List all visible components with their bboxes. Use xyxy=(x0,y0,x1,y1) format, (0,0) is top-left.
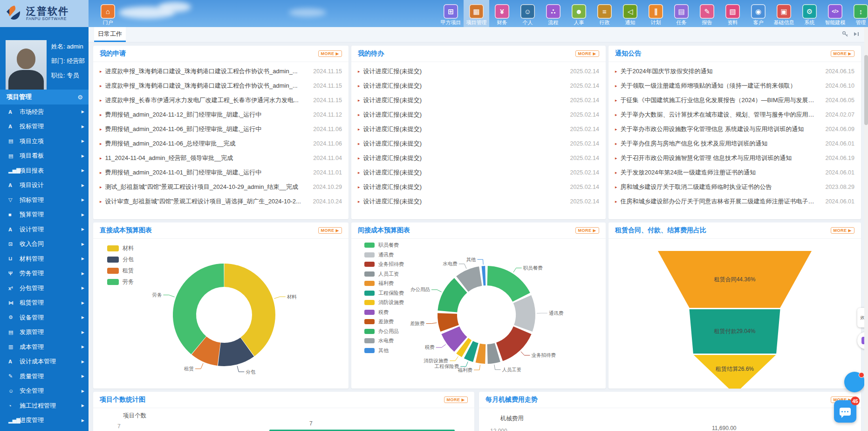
nav-item-customer[interactable]: ◉客户 xyxy=(745,0,771,27)
nav-item-document[interactable]: ▧资料 xyxy=(720,0,745,27)
list-item[interactable]: ▸设计进度汇报(未提交)2025.02.14 xyxy=(351,78,606,93)
sidebar-item-tender[interactable]: ▽招标管理▶ xyxy=(0,193,89,208)
legend-item[interactable]: 工程保险费 xyxy=(364,290,404,297)
sidebar-item-project-report[interactable]: ▂▅▇项目报表▶ xyxy=(0,163,89,178)
list-item[interactable]: ▸测试_彭祖新城"四馆"景观工程设计项目_2024-10-29_admin_结束… xyxy=(93,180,349,194)
gear-icon[interactable]: ⚙ xyxy=(77,94,83,101)
legend-item[interactable]: 水电费 xyxy=(364,337,404,344)
legend-item[interactable]: 租赁 xyxy=(107,267,134,275)
list-item[interactable]: ▸费用报销_admin_2024-11-06_总经理审批__完成2024.11.… xyxy=(93,136,349,151)
legend-item[interactable]: 业务招待费 xyxy=(364,261,404,268)
chat-float-button[interactable] xyxy=(844,372,865,392)
sidebar-item-rental[interactable]: ⋈租赁管理▶ xyxy=(0,296,89,311)
sidebar-item-project-board[interactable]: ▤项目看板▶ xyxy=(0,149,89,164)
list-item[interactable]: ▸设计进度汇报(未提交)2025.02.14 xyxy=(351,93,606,107)
scrollbar-thumb[interactable] xyxy=(864,55,868,125)
list-item[interactable]: ▸设计进度汇报(未提交)2025.02.14 xyxy=(351,165,606,180)
legend-item[interactable]: 劳务 xyxy=(107,278,134,286)
list-item[interactable]: ▸房和城乡建设厅关于取消二级建造师临时执业证书的公告2023.08.29 xyxy=(608,180,861,194)
expand-toggle-icon[interactable] xyxy=(853,31,860,37)
nav-item-smart-modeling[interactable]: </>智能建模 xyxy=(822,0,848,27)
sidebar-item-income-contract[interactable]: ⊡收入合同▶ xyxy=(0,237,89,252)
sidebar-item-equipment[interactable]: ⚙设备管理▶ xyxy=(0,310,89,325)
list-item[interactable]: ▸设计进度汇报(未提交)2025.02.14 xyxy=(351,151,606,165)
more-button[interactable]: MORE ▶ xyxy=(831,50,854,57)
list-item[interactable]: ▸于征集《中国建筑施工行业信息化发展报告（2024）—BIM应用与发展》材料..… xyxy=(608,93,861,107)
nav-item-workflow[interactable]: ∴流程 xyxy=(540,0,566,27)
sidebar-item-market[interactable]: A市场经营▶ xyxy=(0,104,89,119)
list-item[interactable]: ▸设计进度汇报(未提交)2025.02.14 xyxy=(351,64,606,78)
donut-slice-劳务[interactable] xyxy=(173,264,224,354)
nav-item-owner-project[interactable]: ⊞甲方项目 xyxy=(438,0,464,27)
list-item[interactable]: ▸进度款申报_长春市伊通河水力发电厂改建工程_长春市伊通河水力发电...2024… xyxy=(93,93,349,107)
legend-item[interactable]: 材料 xyxy=(107,244,134,252)
nav-item-report[interactable]: ✎报告 xyxy=(694,0,720,27)
more-button[interactable]: MORE ▶ xyxy=(575,227,599,234)
list-item[interactable]: ▸费用报销_admin_2024-11-06_部门经理审批_胡建,_运行中202… xyxy=(93,122,349,136)
donut-slice-其他[interactable] xyxy=(482,266,486,285)
legend-item[interactable]: 差旅费 xyxy=(364,318,404,325)
more-button[interactable]: MORE ▶ xyxy=(318,50,342,57)
legend-item[interactable]: 分包 xyxy=(107,256,134,264)
nav-item-portal[interactable]: ⌂ 门户 xyxy=(95,0,121,27)
list-item[interactable]: ▸关于举办住房与房地产信息化 技术及应用培训班的通知2024.06.01 xyxy=(608,136,861,151)
sidebar-item-safety[interactable]: ☺安全管理▶ xyxy=(0,384,89,399)
legend-item[interactable]: 通讯费 xyxy=(364,251,404,258)
nav-item-system[interactable]: ⚙系统 xyxy=(797,0,822,27)
list-item[interactable]: ▸进度款申报_珠海鹤港口建设_珠海鹤港口建设工程合作协议书_admin_...2… xyxy=(93,64,349,78)
sidebar-header-project-management[interactable]: 项目管理 ⚙ xyxy=(0,90,89,104)
sidebar-item-invoice[interactable]: ▤发票管理▶ xyxy=(0,325,89,340)
sidebar-item-certificate[interactable]: ▣证件管理▶ xyxy=(0,428,89,431)
more-button[interactable]: MORE ▶ xyxy=(575,50,599,57)
donut-slice-业务招待费[interactable] xyxy=(496,327,532,361)
sidebar-item-subcontract[interactable]: x²分包管理▶ xyxy=(0,281,89,296)
nav-item-personal[interactable]: ☺个人 xyxy=(515,0,540,27)
donut-slice-职员餐费[interactable] xyxy=(487,266,530,302)
sidebar-item-construction-process[interactable]: ◔施工过程管理▶ xyxy=(0,398,89,413)
list-item[interactable]: ▸关于发放2024年第24批一级建造师注册证书的通知2024.06.01 xyxy=(608,165,861,180)
nav-item-notification[interactable]: ◁通知 xyxy=(617,0,643,27)
list-item[interactable]: ▸设计审查_彭祖新城"四馆"景观工程设计项目_请选择_胡广生_2024-10-2… xyxy=(93,194,349,209)
nav-item-plan[interactable]: ∥计划 xyxy=(643,0,669,27)
sidebar-item-cost[interactable]: ▥成本管理▶ xyxy=(0,340,89,355)
sidebar-item-labor[interactable]: Ψ劳务管理▶ xyxy=(0,266,89,281)
legend-item[interactable]: 职员餐费 xyxy=(364,242,404,249)
nav-item-administration[interactable]: ≡行政 xyxy=(592,0,617,27)
list-item[interactable]: ▸设计进度汇报(未提交)2025.02.14 xyxy=(351,136,606,151)
list-item[interactable]: ▸关于领取一级注册建造师增项贴的通知（须持一建证书前来领取）2024.06.10 xyxy=(608,78,861,93)
sidebar-item-project-design[interactable]: A项目设计▶ xyxy=(0,178,89,193)
sidebar-item-material[interactable]: ⊔材料管理▶ xyxy=(0,251,89,266)
list-item[interactable]: ▸关于举办大数据、云计算技术在城市建设、规划、管理与服务中的应用培训班...20… xyxy=(608,107,861,122)
legend-item[interactable]: 税费 xyxy=(364,309,404,316)
list-item[interactable]: ▸设计进度汇报(未提交)2025.02.14 xyxy=(351,122,606,136)
legend-item[interactable]: 福利费 xyxy=(364,280,404,287)
list-item[interactable]: ▸设计进度汇报(未提交)2025.02.14 xyxy=(351,180,606,194)
nav-item-project-management[interactable]: ▦项目管理 xyxy=(464,0,489,27)
legend-item[interactable]: 消防设施费 xyxy=(364,299,404,306)
list-item[interactable]: ▸进度款申报_珠海鹤港口建设_珠海鹤港口建设工程合作协议书_admin_...2… xyxy=(93,78,349,93)
sidebar-item-design-cost[interactable]: A设计成本管理▶ xyxy=(0,355,89,369)
nav-item-task[interactable]: ▤任务 xyxy=(669,0,694,27)
list-item[interactable]: ▸设计进度汇报(未提交)2025.02.14 xyxy=(351,107,606,122)
list-item[interactable]: ▸关于举办市政公用设施数字化管理信息 系统建设与应用培训班的通知2024.06.… xyxy=(608,122,861,136)
sidebar-item-design[interactable]: A设计管理▶ xyxy=(0,222,89,237)
list-item[interactable]: ▸关于召开市政公用设施智慧化管理 信息技术与应用培训班的通知2024.06.19 xyxy=(608,151,861,165)
sidebar-item-progress[interactable]: ▂▅▇进度管理▶ xyxy=(0,413,89,428)
list-item[interactable]: ▸11_2024-11-04_admin_经营部_领导审批__完成2024.11… xyxy=(93,151,349,165)
sidebar-item-bidding[interactable]: A投标管理▶ xyxy=(0,119,89,134)
funnel-stage-租赁结算[interactable]: 租赁结算26.6% xyxy=(658,355,812,389)
list-item[interactable]: ▸设计进度汇报(未提交)2025.02.14 xyxy=(351,194,606,209)
legend-item[interactable]: 其他 xyxy=(364,347,404,354)
legend-item[interactable]: 办公用品 xyxy=(364,328,404,335)
more-button[interactable]: MORE ▶ xyxy=(318,227,342,234)
sidebar-item-project-setup[interactable]: ▤项目立项▶ xyxy=(0,134,89,149)
more-button[interactable]: MORE ▶ xyxy=(831,227,854,234)
list-item[interactable]: ▸住房和城乡建设部办公厅关于同意吉林省开展二级建造师注册证书电子化试点...20… xyxy=(608,194,861,209)
sidebar-item-budget[interactable]: ■预算管理▶ xyxy=(0,208,89,222)
funnel-stage-租赁付款[interactable]: 租赁付款29.04% xyxy=(658,309,812,354)
nav-item-base-info[interactable]: ▣基础信息 xyxy=(771,0,797,27)
nav-item-hr[interactable]: ☻人事 xyxy=(566,0,592,27)
key-icon[interactable] xyxy=(842,31,848,37)
nav-item-finance[interactable]: ¥财务 xyxy=(489,0,515,27)
legend-item[interactable]: 人员工资 xyxy=(364,271,404,278)
